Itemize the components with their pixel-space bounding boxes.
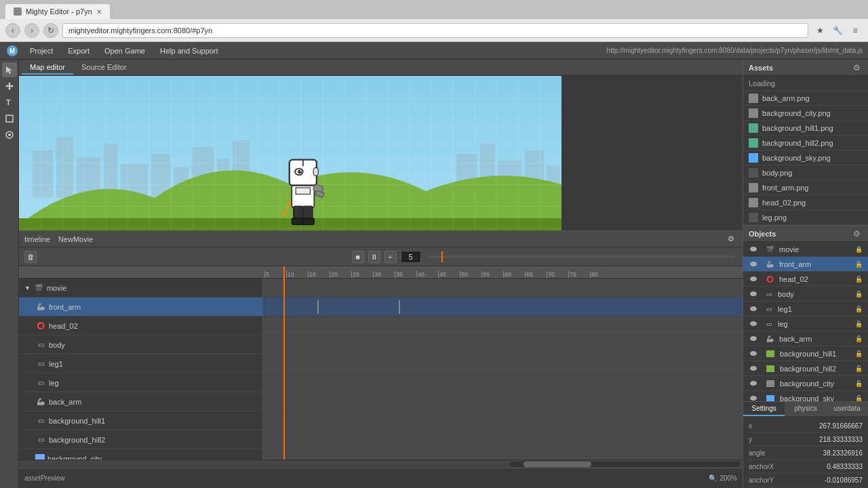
obj-vis[interactable] [749,334,758,344]
text-tool[interactable]: T [2,95,17,110]
shape-tool[interactable] [2,111,17,126]
reload-btn[interactable]: ↻ [43,23,58,38]
object-item-bg-sky[interactable]: background_sky 🔓 [743,391,868,401]
tab-userdata[interactable]: userdata [827,402,868,416]
track-bg-hill2[interactable] [263,430,743,449]
track-leg[interactable] [263,373,743,392]
track-leg1[interactable] [263,354,743,373]
track-body[interactable] [263,336,743,354]
object-item-front-arm[interactable]: 🦾 front_arm 🔓 [743,257,868,272]
menu-btn[interactable]: ≡ [848,23,863,38]
obj-lock[interactable]: 🔓 [854,394,863,402]
asset-item-front-arm[interactable]: front_arm.png [743,180,868,195]
object-item-head02[interactable]: ⭕ head_02 🔓 [743,272,868,287]
tab-physics[interactable]: physics [785,402,826,416]
asset-item-bg-hill2[interactable]: background_hill2.png [743,136,868,150]
asset-item-leg[interactable]: leg.png [743,210,868,225]
menu-help[interactable]: Help and Support [153,45,225,57]
track-front-arm[interactable] [263,298,743,317]
obj-lock[interactable]: 🔓 [854,260,863,268]
asset-item-bg-hill1[interactable]: background_hill1.png [743,121,868,136]
obj-lock[interactable]: 🔓 [854,335,863,343]
menu-project[interactable]: Project [23,45,60,57]
forward-btn[interactable]: › [24,23,39,38]
timeline-row-head02[interactable]: ⭕ head_02 [19,317,262,336]
obj-vis[interactable] [749,289,758,299]
address-bar[interactable]: mightyeditor.mightyfingers.com:8080/#p7y… [62,23,808,38]
obj-vis[interactable] [749,260,758,269]
obj-vis[interactable] [749,349,758,359]
track-back-arm[interactable] [263,392,743,411]
assets-settings-btn[interactable]: ⚙ [850,62,863,74]
character-sprite[interactable] [270,144,338,230]
timeline-scroll-track[interactable] [510,462,740,467]
settings-value-x[interactable]: 267.91666667 [786,422,863,430]
obj-lock[interactable]: 🔓 [854,305,863,313]
object-item-body[interactable]: ▭ body 🔓 [743,287,868,302]
timeline-row-leg1[interactable]: ▭ leg1 [19,354,262,373]
obj-lock[interactable]: 🔓 [854,290,863,298]
asset-item-body[interactable]: body.png [743,165,868,180]
asset-item-loading[interactable]: Loading [743,76,868,91]
obj-lock[interactable]: 🔓 [854,380,863,388]
asset-item-bg-city[interactable]: background_city.png [743,106,868,121]
playhead[interactable] [283,266,285,460]
asset-item-head02[interactable]: head_02.png [743,195,868,210]
obj-lock[interactable]: 🔓 [854,365,863,373]
frame-number[interactable]: 5 [401,251,421,263]
asset-item-back-arm[interactable]: back_arm.png [743,91,868,106]
tab-source-editor[interactable]: Source Editor [73,61,135,75]
timeline-row-back-arm[interactable]: 🦾 back_arm [19,392,262,411]
active-browser-tab[interactable]: Mighty Editor - p7yn ✕ [5,4,110,19]
object-item-bg-hill2[interactable]: background_hill2 🔓 [743,361,868,376]
obj-vis[interactable] [749,274,758,284]
timeline-row-body[interactable]: ▭ body [19,336,262,354]
settings-tool[interactable] [2,127,17,142]
obj-vis[interactable] [749,319,758,329]
obj-vis[interactable] [749,304,758,314]
obj-vis[interactable] [749,379,758,388]
object-item-bg-city[interactable]: background_city 🔓 [743,376,868,391]
obj-vis[interactable] [749,245,758,254]
canvas-area[interactable] [19,76,743,230]
asset-item-bg-sky[interactable]: background_sky.png [743,150,868,165]
bookmark-btn[interactable]: ★ [812,23,827,38]
obj-vis[interactable] [749,364,758,373]
timeline-row-front-arm[interactable]: 🦾 front_arm [19,298,262,317]
obj-lock[interactable]: 🔓 [854,275,863,283]
cursor-tool[interactable] [2,62,17,77]
move-tool[interactable] [2,79,17,94]
menu-open-game[interactable]: Open Game [98,45,152,57]
timeline-row-bg-city[interactable]: background_city [19,449,262,460]
object-item-back-arm[interactable]: 🦾 back_arm 🔓 [743,331,868,346]
obj-lock[interactable]: 🔓 [854,350,863,358]
timeline-settings-btn[interactable]: ⚙ [725,233,737,245]
obj-vis[interactable] [749,394,758,402]
object-item-leg1[interactable]: ▭ leg1 🔓 [743,302,868,317]
tab-settings[interactable]: Settings [743,402,785,416]
track-bg-hill1[interactable] [263,411,743,430]
play-btn[interactable]: + [384,251,397,263]
track-head02[interactable] [263,317,743,336]
objects-settings-btn[interactable]: ⚙ [850,228,863,240]
obj-lock[interactable]: 🔓 [854,320,863,328]
stop-btn[interactable]: ■ [352,251,364,263]
object-item-bg-hill1[interactable]: background_hill1 🔓 [743,346,868,361]
object-item-leg[interactable]: ▭ leg 🔓 [743,317,868,331]
object-item-movie[interactable]: 🎬 movie 🔒 [743,242,868,257]
tab-map-editor[interactable]: Map editor [22,61,73,75]
extension-btn[interactable]: 🔧 [830,23,845,38]
track-bg-city[interactable] [263,449,743,460]
settings-value-anchorx[interactable]: 0.48333333 [786,463,863,470]
timeline-row-bg-hill1[interactable]: ▭ background_hill1 [19,411,262,430]
delete-keyframe-btn[interactable]: 🗑 [24,251,37,263]
settings-value-angle[interactable]: 38.23326916 [786,449,863,457]
timeline-row-leg[interactable]: ▭ leg [19,373,262,392]
settings-value-y[interactable]: 218.33333333 [786,436,863,443]
tab-close-btn[interactable]: ✕ [96,8,102,16]
menu-export[interactable]: Export [61,45,96,57]
timeline-row-movie[interactable]: ▼ 🎬 movie [19,279,262,298]
timeline-row-bg-hill2[interactable]: ▭ background_hill2 [19,430,262,449]
back-btn[interactable]: ‹ [5,23,20,38]
obj-lock[interactable]: 🔒 [854,245,863,253]
